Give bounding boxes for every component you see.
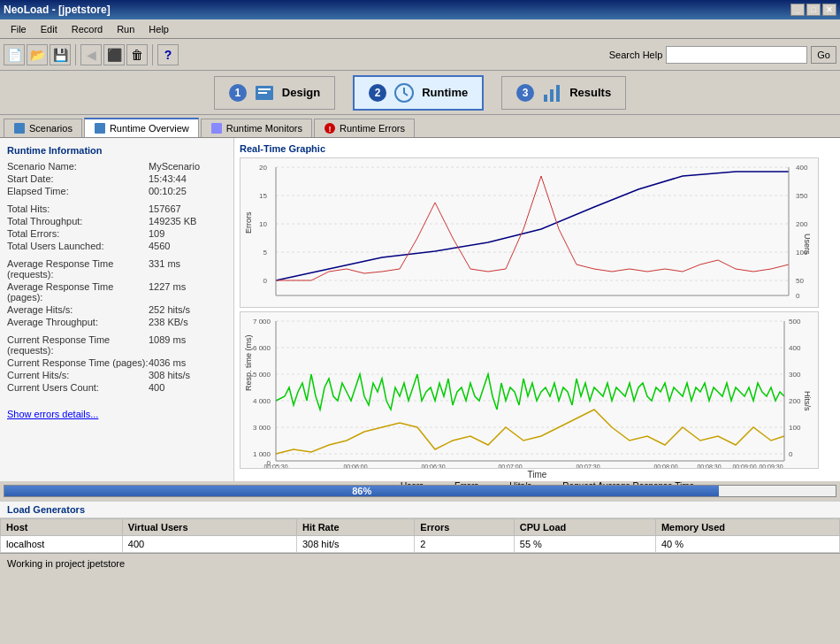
open-button[interactable]: 📂 bbox=[27, 44, 48, 65]
menu-record[interactable]: Record bbox=[65, 22, 110, 36]
info-total-hits: Total Hits: 157667 bbox=[7, 203, 226, 214]
bottom-chart: Resp. time (ms) 7 000 6 000 5 000 4 000 … bbox=[240, 311, 835, 469]
save-button[interactable]: 💾 bbox=[50, 44, 71, 65]
menu-help[interactable]: Help bbox=[141, 22, 176, 36]
svg-text:0: 0 bbox=[789, 450, 793, 458]
top-chart: Errors 20 15 10 5 0 400 350 200 100 50 0 bbox=[240, 157, 835, 308]
svg-rect-8 bbox=[95, 123, 105, 134]
info-avg-throughput: Average Throughput: 238 KB/s bbox=[7, 317, 226, 327]
info-curr-resp-req: Current Response Time (requests): 1089 m… bbox=[7, 334, 226, 356]
progress-bar-label: 86% bbox=[352, 486, 371, 496]
svg-rect-5 bbox=[550, 89, 554, 102]
chart-title: Real-Time Graphic bbox=[240, 143, 835, 154]
svg-rect-1 bbox=[258, 88, 271, 90]
tab-runtime[interactable]: 2 Runtime bbox=[353, 75, 484, 111]
svg-text:1 000: 1 000 bbox=[253, 450, 271, 458]
svg-text:400: 400 bbox=[796, 164, 808, 172]
svg-text:7 000: 7 000 bbox=[253, 318, 271, 326]
status-bar: Working in project jpetstore bbox=[0, 553, 840, 572]
table-row: localhost 400 308 hit/s 2 55 % 40 % bbox=[1, 536, 840, 553]
results-icon bbox=[539, 80, 564, 105]
svg-text:!: ! bbox=[328, 125, 331, 134]
svg-text:200: 200 bbox=[789, 397, 801, 405]
search-help-input[interactable] bbox=[666, 46, 807, 64]
status-text: Working in project jpetstore bbox=[7, 558, 125, 569]
menu-run[interactable]: Run bbox=[110, 22, 141, 36]
svg-text:5: 5 bbox=[263, 249, 268, 257]
col-host: Host bbox=[1, 519, 123, 536]
menu-edit[interactable]: Edit bbox=[34, 22, 65, 36]
nav-tabs: 1 Design 2 Runtime 3 Results bbox=[0, 71, 840, 115]
minimize-button[interactable]: _ bbox=[790, 4, 805, 16]
sub-tabs: Scenarios Runtime Overview Runtime Monit… bbox=[0, 115, 840, 138]
tab-runtime-num: 2 bbox=[369, 84, 386, 102]
svg-text:00:05:30: 00:05:30 bbox=[263, 464, 287, 469]
runtime-info-title: Runtime Information bbox=[7, 145, 226, 156]
tab-design-num: 1 bbox=[229, 84, 247, 102]
svg-text:20: 20 bbox=[259, 164, 267, 172]
svg-text:00:08:30: 00:08:30 bbox=[697, 464, 721, 469]
info-avg-resp-pages: Average Response Time (pages): 1227 ms bbox=[7, 281, 226, 303]
svg-text:00:06:00: 00:06:00 bbox=[343, 464, 367, 469]
svg-text:Resp. time (ms): Resp. time (ms) bbox=[244, 334, 253, 391]
info-scenario-name: Scenario Name: MyScenario bbox=[7, 161, 226, 172]
toolbar: 📄 📂 💾 ◀ ⬛ 🗑 ? Search Help Go bbox=[0, 39, 840, 71]
x-axis-label: Time bbox=[240, 470, 835, 479]
search-help-area: Search Help Go bbox=[609, 46, 836, 64]
title-bar-text: NeoLoad - [jpetstore] bbox=[4, 4, 111, 16]
show-errors-link[interactable]: Show errors details... bbox=[7, 409, 226, 419]
help-button[interactable]: ? bbox=[157, 44, 179, 65]
svg-text:50: 50 bbox=[796, 277, 804, 285]
toolbar-separator-2 bbox=[152, 44, 153, 65]
stop-button[interactable]: ⬛ bbox=[103, 44, 125, 65]
svg-text:200: 200 bbox=[796, 220, 808, 228]
svg-text:6 000: 6 000 bbox=[253, 344, 271, 352]
tab-results[interactable]: 3 Results bbox=[501, 76, 626, 110]
tab-runtime-label: Runtime bbox=[422, 86, 468, 99]
search-help-label: Search Help bbox=[609, 50, 663, 60]
info-avg-resp-req: Average Response Time (requests): 331 ms bbox=[7, 258, 226, 280]
tab-design-label: Design bbox=[282, 86, 320, 99]
progress-bar-fill: 86% bbox=[4, 486, 719, 496]
progress-bar-container: 86% bbox=[4, 485, 836, 497]
close-button[interactable]: ✕ bbox=[822, 4, 836, 16]
cell-cpu-load: 55 % bbox=[514, 536, 655, 553]
new-button[interactable]: 📄 bbox=[4, 44, 25, 65]
svg-text:4 000: 4 000 bbox=[253, 397, 271, 405]
menu-file[interactable]: File bbox=[4, 22, 34, 36]
right-panel: Real-Time Graphic Errors 20 15 10 5 0 40… bbox=[234, 138, 840, 481]
cell-host: localhost bbox=[1, 536, 123, 553]
table-header-row: Host Virtual Users Hit Rate Errors CPU L… bbox=[1, 519, 840, 536]
cell-memory-used: 40 % bbox=[655, 536, 839, 553]
design-icon bbox=[252, 80, 277, 105]
scenarios-icon bbox=[13, 122, 26, 134]
svg-text:5 000: 5 000 bbox=[253, 371, 271, 379]
search-go-button[interactable]: Go bbox=[811, 46, 836, 64]
subtab-scenarios[interactable]: Scenarios bbox=[4, 119, 82, 137]
svg-text:Errors: Errors bbox=[244, 211, 253, 234]
subtab-runtime-overview[interactable]: Runtime Overview bbox=[84, 118, 199, 137]
title-bar-controls: _ □ ✕ bbox=[790, 4, 836, 16]
svg-rect-4 bbox=[544, 95, 547, 102]
delete-button[interactable]: 🗑 bbox=[126, 44, 148, 65]
left-panel: Runtime Information Scenario Name: MySce… bbox=[0, 138, 234, 481]
info-total-errors: Total Errors: 109 bbox=[7, 228, 226, 239]
tab-results-label: Results bbox=[569, 86, 611, 99]
svg-text:00:09:30: 00:09:30 bbox=[759, 464, 783, 469]
subtab-runtime-monitors[interactable]: Runtime Monitors bbox=[201, 119, 312, 137]
back-button[interactable]: ◀ bbox=[80, 44, 102, 65]
load-generators-title: Load Generators bbox=[0, 502, 840, 518]
info-curr-resp-pages: Current Response Time (pages): 4036 ms bbox=[7, 357, 226, 368]
svg-text:Hits/s: Hits/s bbox=[803, 391, 812, 411]
col-hit-rate: Hit Rate bbox=[296, 519, 414, 536]
tab-design[interactable]: 1 Design bbox=[214, 76, 335, 110]
menu-bar: File Edit Record Run Help bbox=[0, 19, 840, 39]
svg-text:00:09:00: 00:09:00 bbox=[732, 464, 756, 469]
col-memory-used: Memory Used bbox=[655, 519, 839, 536]
col-cpu-load: CPU Load bbox=[514, 519, 655, 536]
maximize-button[interactable]: □ bbox=[806, 4, 821, 16]
subtab-runtime-errors[interactable]: ! Runtime Errors bbox=[314, 119, 415, 137]
cell-virtual-users: 400 bbox=[122, 536, 296, 553]
svg-text:3 000: 3 000 bbox=[253, 424, 271, 432]
cell-hit-rate: 308 hit/s bbox=[296, 536, 414, 553]
